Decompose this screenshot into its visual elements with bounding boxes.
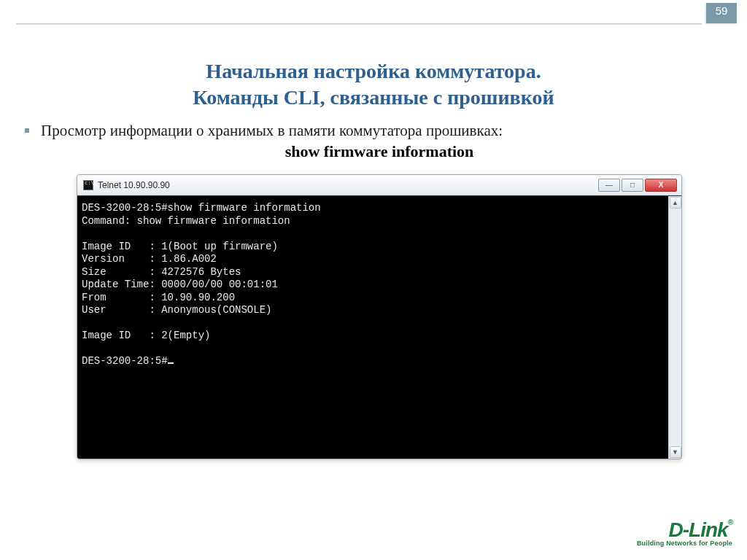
term-line: Update Time: 0000/00/00 00:01:01	[82, 279, 278, 290]
title-line-2: Команды CLI, связанные с прошивкой	[193, 86, 554, 109]
title-line-1: Начальная настройка коммутатора.	[206, 60, 541, 82]
term-line: User : Anonymous(CONSOLE)	[82, 304, 271, 316]
registered-icon: ®	[728, 518, 732, 526]
close-button[interactable]: X	[645, 179, 677, 192]
brand-tagline: Building Networks for People	[637, 540, 732, 547]
maximize-button[interactable]: □	[622, 179, 643, 192]
term-line: Image ID : 2(Empty)	[82, 330, 210, 341]
bullet-item: Просмотр информации о хранимых в памяти …	[41, 120, 718, 141]
term-line: From : 10.90.90.200	[82, 292, 235, 303]
term-line: Size : 4272576 Bytes	[82, 266, 241, 278]
scroll-down-button[interactable]: ▼	[670, 446, 681, 458]
bullet-text: Просмотр информации о хранимых в памяти …	[41, 122, 503, 139]
page-number-badge: 59	[706, 3, 737, 23]
terminal-window: Telnet 10.90.90.90 — □ X DES-3200-28:5#s…	[77, 174, 682, 459]
term-line: Image ID : 1(Boot up firmware)	[82, 241, 278, 252]
terminal-titlebar[interactable]: Telnet 10.90.90.90 — □ X	[77, 175, 681, 195]
terminal-title: Telnet 10.90.90.90	[98, 180, 598, 190]
term-prompt: DES-3200-28:5#	[82, 355, 168, 367]
term-line: DES-3200-28:5#show firmware information	[82, 202, 321, 214]
brand-logo: D-Link® Building Networks for People	[637, 518, 732, 547]
brand-name: D-Link®	[637, 518, 732, 542]
window-controls: — □ X	[598, 179, 677, 192]
term-line: Version : 1.86.A002	[82, 253, 217, 265]
cmd-icon	[83, 180, 93, 190]
cli-command: show firmware information	[41, 142, 718, 161]
term-line: Command: show firmware information	[82, 215, 290, 227]
cursor-icon	[168, 362, 174, 364]
header-rule	[16, 23, 702, 25]
brand-name-text: D-Link	[669, 518, 728, 541]
scroll-up-button[interactable]: ▲	[670, 197, 681, 209]
terminal-scrollbar[interactable]: ▲ ▼	[668, 196, 681, 459]
terminal-output[interactable]: DES-3200-28:5#show firmware information …	[77, 196, 668, 459]
slide-title: Начальная настройка коммутатора. Команды…	[0, 58, 747, 112]
scroll-track[interactable]	[669, 209, 681, 446]
minimize-button[interactable]: —	[598, 179, 620, 192]
